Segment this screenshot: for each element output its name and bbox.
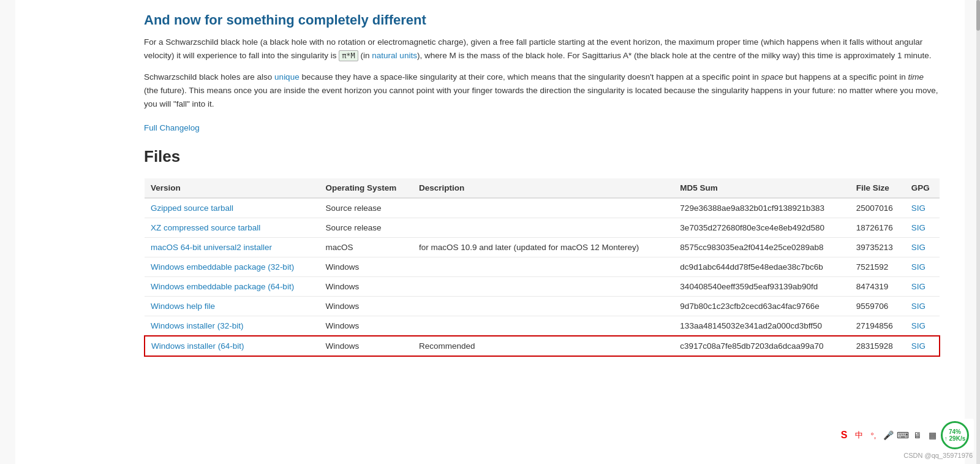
table-row: Gzipped source tarballSource release729e… [145, 198, 940, 218]
cell-gpg: SIG [905, 257, 940, 277]
cell-size: 9559706 [850, 297, 905, 316]
sogou-icon: S [838, 429, 850, 441]
cell-os: Windows [320, 257, 413, 277]
paragraph-2: Schwarzschild black holes are also uniqu… [144, 70, 940, 112]
section-heading: And now for something completely differe… [144, 12, 940, 28]
cell-gpg: SIG [905, 336, 940, 356]
cell-md5: 133aa48145032e341ad2a000cd3bff50 [674, 316, 850, 337]
cell-description [413, 297, 674, 316]
cell-size: 39735213 [850, 238, 905, 257]
sig-link[interactable]: SIG [911, 223, 925, 232]
keyboard-icon: ⌨ [897, 429, 909, 441]
network-icon: 🖥 [911, 429, 924, 441]
col-os: Operating System [320, 178, 413, 198]
cell-md5: dc9d1abc644dd78f5e48edae38c7bc6b [674, 257, 850, 277]
table-row: macOS 64-bit universal2 installermacOSfo… [145, 238, 940, 257]
para1-text2: (in [358, 51, 372, 60]
scrollbar-track[interactable] [976, 0, 980, 464]
cell-size: 27194856 [850, 316, 905, 337]
speed-value: ↑ 29K/s [944, 435, 965, 442]
cell-version: Gzipped source tarball [145, 198, 320, 218]
table-row: XZ compressed source tarballSource relea… [145, 218, 940, 238]
cell-description [413, 218, 674, 238]
cell-version: Windows installer (32-bit) [145, 316, 320, 337]
cell-description [413, 316, 674, 337]
cell-version: Windows embeddable package (32-bit) [145, 257, 320, 277]
natural-units-link[interactable]: natural units [372, 51, 417, 60]
files-heading: Files [144, 147, 940, 166]
sig-link[interactable]: SIG [911, 282, 925, 291]
table-row: Windows installer (64-bit)WindowsRecomme… [145, 336, 940, 356]
cell-gpg: SIG [905, 218, 940, 238]
math-formula: π*M [339, 50, 358, 61]
cell-md5: 729e36388ae9a832b01cf9138921b383 [674, 198, 850, 218]
table-row: Windows installer (32-bit)Windows133aa48… [145, 316, 940, 337]
cell-md5: 8575cc983035ea2f0414e25ce0289ab8 [674, 238, 850, 257]
col-md5: MD5 Sum [674, 178, 850, 198]
cell-os: Windows [320, 297, 413, 316]
cell-version: Windows help file [145, 297, 320, 316]
cell-size: 28315928 [850, 336, 905, 356]
space-italic: space [761, 72, 783, 82]
cell-md5: 3e7035d272680f80e3ce4e8eb492d580 [674, 218, 850, 238]
cell-description [413, 277, 674, 297]
version-link[interactable]: Windows embeddable package (32-bit) [151, 262, 294, 272]
cell-gpg: SIG [905, 316, 940, 337]
version-link[interactable]: Windows help file [151, 302, 215, 311]
page-container: And now for something completely differe… [15, 0, 965, 464]
table-row: Windows embeddable package (64-bit)Windo… [145, 277, 940, 297]
col-gpg: GPG [905, 178, 940, 198]
sig-link[interactable]: SIG [911, 321, 925, 330]
table-row: Windows help fileWindows9d7b80c1c23cfb2c… [145, 297, 940, 316]
mic-icon: 🎤 [882, 429, 894, 441]
punctuation-icon: °, [867, 429, 880, 441]
version-link[interactable]: macOS 64-bit universal2 installer [151, 243, 272, 252]
unique-link[interactable]: unique [274, 72, 300, 82]
col-description: Description [413, 178, 674, 198]
scrollbar-thumb[interactable] [976, 0, 980, 31]
cell-size: 25007016 [850, 198, 905, 218]
cell-gpg: SIG [905, 238, 940, 257]
cell-size: 8474319 [850, 277, 905, 297]
version-link[interactable]: XZ compressed source tarball [151, 223, 260, 232]
cell-size: 7521592 [850, 257, 905, 277]
lang-icon: 中 [853, 429, 865, 441]
table-row: Windows embeddable package (32-bit)Windo… [145, 257, 940, 277]
sig-link[interactable]: SIG [911, 262, 925, 272]
sig-link[interactable]: SIG [911, 302, 925, 311]
cell-os: Source release [320, 198, 413, 218]
sig-link[interactable]: SIG [911, 341, 925, 351]
cell-description [413, 198, 674, 218]
cell-gpg: SIG [905, 277, 940, 297]
full-changelog-link[interactable]: Full Changelog [144, 123, 200, 132]
cell-os: Windows [320, 336, 413, 356]
speed-circle: 74% ↑ 29K/s [941, 421, 969, 449]
files-table: Version Operating System Description MD5… [144, 178, 940, 357]
version-link[interactable]: Gzipped source tarball [151, 203, 233, 213]
widget-icon: ▦ [926, 429, 938, 441]
version-link[interactable]: Windows installer (64-bit) [151, 341, 244, 351]
cell-description: Recommended [413, 336, 674, 356]
csdn-watermark: CSDN @qq_35971976 [903, 452, 973, 459]
cell-md5: 340408540eeff359d5eaf93139ab90fd [674, 277, 850, 297]
version-link[interactable]: Windows installer (32-bit) [151, 321, 244, 330]
sig-link[interactable]: SIG [911, 243, 925, 252]
cell-gpg: SIG [905, 297, 940, 316]
cell-version: XZ compressed source tarball [145, 218, 320, 238]
cell-description [413, 257, 674, 277]
cell-version: Windows embeddable package (64-bit) [145, 277, 320, 297]
cell-gpg: SIG [905, 198, 940, 218]
cell-os: macOS [320, 238, 413, 257]
cell-os: Source release [320, 218, 413, 238]
cell-os: Windows [320, 277, 413, 297]
cell-size: 18726176 [850, 218, 905, 238]
cell-md5: 9d7b80c1c23cfb2cecd63ac4fac9766e [674, 297, 850, 316]
time-italic: time [908, 72, 924, 82]
paragraph-1: For a Schwarzschild black hole (a black … [144, 36, 940, 63]
version-link[interactable]: Windows embeddable package (64-bit) [151, 282, 294, 291]
cell-version: macOS 64-bit universal2 installer [145, 238, 320, 257]
cell-version: Windows installer (64-bit) [145, 336, 320, 356]
sig-link[interactable]: SIG [911, 203, 925, 213]
cell-os: Windows [320, 316, 413, 337]
speed-percent: 74% [949, 428, 961, 435]
